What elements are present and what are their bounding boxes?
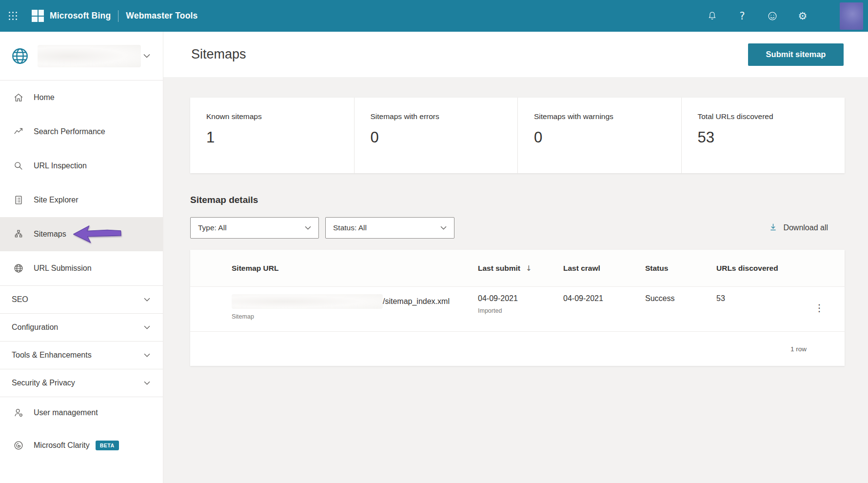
column-header-last-submit[interactable]: Last submit ↓ (478, 264, 563, 273)
cell-urls-discovered: 53 (716, 294, 814, 320)
sidebar-item-label: Microsoft Clarity (34, 441, 90, 450)
sidebar-group-seo[interactable]: SEO (0, 285, 163, 313)
cell-sitemap-url: /sitemap_index.xml Sitemap (232, 294, 478, 320)
topbar-brand-group: Microsoft Bing Webmaster Tools (9, 10, 198, 22)
stat-label: Sitemaps with errors (371, 112, 513, 121)
main-content: Sitemaps Submit sitemap Known sitemaps 1… (163, 32, 868, 483)
redacted-url-prefix (232, 294, 383, 309)
product-name: Webmaster Tools (126, 11, 197, 21)
stat-card-known-sitemaps: Known sitemaps 1 (190, 98, 354, 173)
help-icon[interactable]: ? (736, 10, 748, 22)
content-area: Known sitemaps 1 Sitemaps with errors 0 … (163, 77, 868, 366)
sitemaps-table: Sitemap URL Last submit ↓ Last crawl Sta… (190, 250, 845, 366)
row-actions-kebab-icon[interactable]: ⋮ (814, 294, 845, 320)
sidebar-item-label: Site Explorer (34, 196, 79, 204)
settings-gear-icon[interactable]: ⚙ (797, 10, 809, 22)
sitemap-type-label: Sitemap (232, 313, 478, 320)
last-submit-date: 04-09-2021 (478, 294, 563, 303)
sidebar-group-tools-enhancements[interactable]: Tools & Enhancements (0, 341, 163, 369)
document-list-icon (13, 195, 24, 205)
stat-card-sitemaps-with-warnings: Sitemaps with warnings 0 (517, 98, 681, 173)
cell-status: Success (645, 294, 716, 320)
filter-bar: Type: All Status: All (190, 217, 845, 239)
notification-bell-icon[interactable] (706, 10, 718, 22)
site-globe-icon (11, 47, 29, 65)
sidebar-item-label: URL Inspection (34, 161, 87, 170)
row-count: 1 row (790, 345, 807, 353)
globe-icon (13, 263, 24, 274)
page-header: Sitemaps Submit sitemap (163, 32, 868, 77)
column-header-status[interactable]: Status (645, 264, 716, 273)
column-header-sitemap-url[interactable]: Sitemap URL (232, 264, 478, 273)
waffle-menu-icon[interactable] (9, 12, 17, 20)
top-app-bar: Microsoft Bing Webmaster Tools ? ⚙ (0, 0, 868, 32)
sidebar-item-microsoft-clarity[interactable]: Microsoft Clarity BETA (0, 428, 163, 463)
sidebar-item-label: Home (34, 93, 55, 102)
column-header-urls-discovered[interactable]: URLs discovered (716, 264, 814, 273)
stat-label: Known sitemaps (206, 112, 349, 121)
sidebar-item-label: URL Submission (34, 264, 92, 273)
chevron-down-icon (143, 379, 151, 387)
column-header-last-crawl[interactable]: Last crawl (563, 264, 645, 273)
table-header-row: Sitemap URL Last submit ↓ Last crawl Sta… (190, 250, 845, 287)
cell-last-crawl: 04-09-2021 (563, 294, 645, 320)
stat-value: 0 (371, 129, 513, 146)
url-suffix: /sitemap_index.xml (383, 297, 450, 306)
brand-divider (118, 10, 118, 22)
stat-card-sitemaps-with-errors: Sitemaps with errors 0 (354, 98, 518, 173)
microsoft-logo-icon (32, 10, 44, 22)
sidebar-group-configuration[interactable]: Configuration (0, 313, 163, 341)
table-footer: 1 row (190, 332, 845, 366)
sidebar-item-home[interactable]: Home (0, 80, 163, 115)
sidebar-item-user-management[interactable]: User management (0, 397, 163, 428)
stat-label: Sitemaps with warnings (534, 112, 676, 121)
chevron-down-icon (440, 223, 447, 232)
sidebar-group-label: SEO (12, 295, 28, 304)
sidebar-group-security-privacy[interactable]: Security & Privacy (0, 369, 163, 397)
feedback-smiley-icon[interactable] (767, 10, 778, 22)
annotation-arrow-icon (71, 224, 124, 244)
stat-value: 0 (534, 129, 676, 146)
sitemap-hierarchy-icon (13, 229, 24, 240)
avatar[interactable] (840, 2, 863, 30)
clarity-icon (13, 440, 24, 451)
chevron-down-icon (143, 351, 151, 360)
type-filter-dropdown[interactable]: Type: All (190, 217, 319, 239)
download-all-button[interactable]: Download all (769, 222, 828, 234)
stat-label: Total URLs discovered (698, 112, 840, 121)
redacted-site-name (38, 45, 141, 67)
trending-up-icon (13, 126, 24, 137)
column-header-label: Last submit (478, 264, 520, 273)
sidebar-item-url-inspection[interactable]: URL Inspection (0, 149, 163, 183)
sort-descending-icon: ↓ (526, 264, 532, 273)
sidebar-item-url-submission[interactable]: URL Submission (0, 251, 163, 285)
sidebar: Home Search Performance (0, 32, 163, 483)
type-filter-value: Type: All (198, 223, 227, 232)
stat-card-total-urls-discovered: Total URLs discovered 53 (681, 98, 845, 173)
sidebar-item-label: User management (34, 408, 98, 417)
sidebar-item-sitemaps[interactable]: Sitemaps (0, 217, 163, 251)
status-filter-dropdown[interactable]: Status: All (325, 217, 454, 239)
sidebar-item-label: Sitemaps (34, 230, 66, 239)
stat-value: 1 (206, 129, 349, 146)
beta-badge: BETA (96, 441, 119, 450)
status-filter-value: Status: All (333, 223, 367, 232)
brand-name: Microsoft Bing (50, 11, 111, 21)
topbar-actions: ? ⚙ (706, 2, 863, 30)
table-row: /sitemap_index.xml Sitemap 04-09-2021 Im… (190, 287, 845, 332)
sitemap-details-heading: Sitemap details (190, 195, 845, 205)
site-selector[interactable] (0, 32, 163, 80)
cell-last-submit: 04-09-2021 Imported (478, 294, 563, 320)
chevron-down-icon (143, 295, 151, 304)
download-icon (769, 222, 778, 234)
chevron-down-icon (304, 223, 312, 232)
last-submit-note: Imported (478, 307, 563, 314)
user-management-icon (13, 407, 24, 418)
sidebar-item-search-performance[interactable]: Search Performance (0, 115, 163, 149)
stat-value: 53 (698, 129, 840, 146)
bing-webmaster-tools-app: Microsoft Bing Webmaster Tools ? ⚙ (0, 0, 868, 483)
submit-sitemap-button[interactable]: Submit sitemap (748, 43, 844, 66)
sidebar-item-label: Search Performance (34, 127, 105, 136)
sidebar-nav: Home Search Performance (0, 80, 163, 463)
sidebar-item-site-explorer[interactable]: Site Explorer (0, 183, 163, 217)
